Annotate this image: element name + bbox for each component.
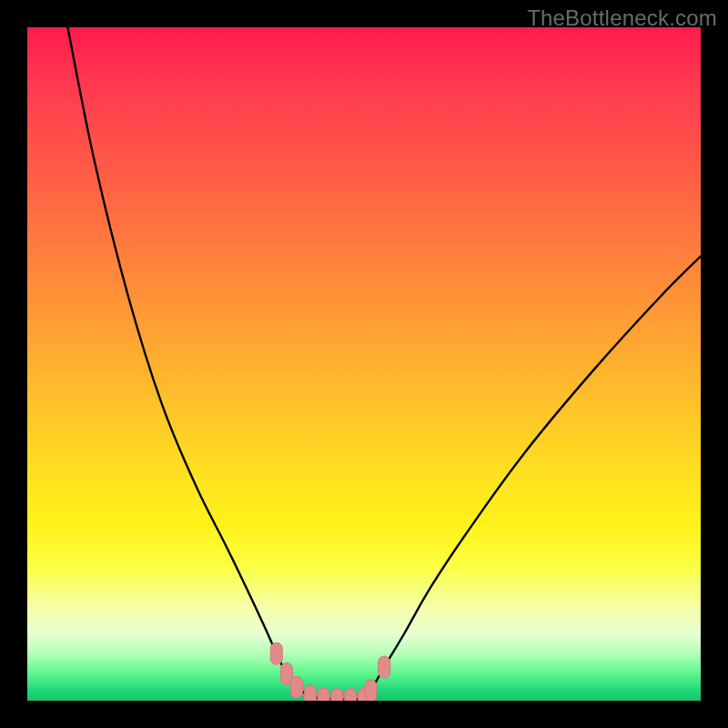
valley-marker: [345, 689, 357, 701]
valley-marker: [365, 680, 377, 701]
valley-markers: [270, 642, 389, 701]
valley-marker: [331, 689, 343, 701]
curve-layer: [27, 27, 701, 701]
chart-frame: TheBottleneck.com: [0, 0, 728, 728]
bottleneck-curve: [67, 27, 701, 700]
valley-marker: [379, 656, 390, 678]
plot-area: [27, 27, 701, 701]
valley-marker: [318, 688, 329, 701]
valley-marker: [291, 676, 303, 698]
watermark-text: TheBottleneck.com: [527, 5, 717, 31]
valley-marker: [270, 642, 282, 664]
curve-group: [67, 27, 701, 700]
valley-marker: [304, 685, 316, 701]
